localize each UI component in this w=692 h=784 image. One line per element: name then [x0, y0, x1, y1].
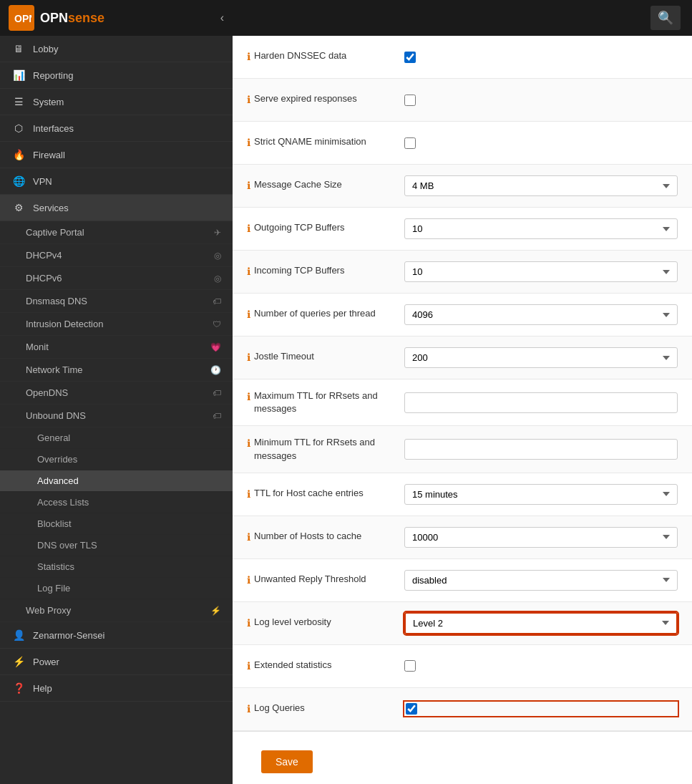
info-icon-num-hosts[interactable]: ℹ [247, 531, 250, 545]
info-icon-serve-expired[interactable]: ℹ [247, 93, 250, 107]
sidebar-item-zenarmor[interactable]: 👤 Zenarmor-Sensei [0, 622, 233, 649]
info-icon-unwanted-reply[interactable]: ℹ [247, 574, 250, 588]
sidebar-item-log-file[interactable]: Log File [0, 578, 233, 599]
log-file-label: Log File [37, 583, 70, 594]
control-extended-stats [404, 660, 678, 672]
sidebar-item-interfaces[interactable]: ⬡ Interfaces [0, 115, 233, 142]
sidebar-item-web-proxy[interactable]: Web Proxy ⚡ [0, 599, 233, 622]
label-unwanted-reply: ℹ Unwanted Reply Threshold [247, 573, 404, 588]
unwanted-reply-select[interactable]: disabled [404, 570, 678, 591]
info-icon-outgoing-tcp[interactable]: ℹ [247, 222, 250, 236]
control-unwanted-reply: disabled [404, 570, 678, 591]
info-icon-incoming-tcp[interactable]: ℹ [247, 265, 250, 279]
log-queries-checkbox[interactable] [406, 703, 417, 715]
control-serve-expired [404, 95, 678, 106]
dhcpv6-icon: ◎ [214, 274, 221, 284]
sidebar-item-vpn[interactable]: 🌐 VPN [0, 168, 233, 195]
opendns-label: OpenDNS [26, 387, 68, 398]
info-icon-extended-stats[interactable]: ℹ [247, 659, 250, 674]
sidebar-item-dns-over-tls[interactable]: DNS over TLS [0, 535, 233, 556]
lobby-icon: 🖥 [11, 43, 26, 54]
network-time-label: Network Time [26, 364, 82, 375]
network-time-icon: 🕐 [210, 365, 221, 375]
sidebar-item-label: Help [33, 683, 221, 694]
info-icon-min-ttl[interactable]: ℹ [247, 437, 250, 451]
info-icon-message-cache[interactable]: ℹ [247, 179, 250, 193]
row-outgoing-tcp: ℹ Outgoing TCP Buffers 10 [233, 208, 692, 251]
label-max-ttl: ℹ Maximum TTL for RRsets and messages [247, 389, 404, 415]
main-content: 🔍 ℹ Harden DNSSEC data ℹ Serve expired r… [233, 0, 692, 784]
info-icon-max-ttl[interactable]: ℹ [247, 390, 250, 405]
sidebar-item-firewall[interactable]: 🔥 Firewall [0, 142, 233, 168]
max-ttl-input[interactable] [404, 392, 678, 413]
sidebar-item-monit[interactable]: Monit 💗 [0, 336, 233, 359]
save-button[interactable]: Save [261, 750, 313, 773]
label-queries-per-thread: ℹ Number of queries per thread [247, 307, 404, 322]
sidebar-item-power[interactable]: ⚡ Power [0, 649, 233, 675]
control-min-ttl [404, 439, 678, 460]
statistics-label: Statistics [37, 561, 74, 572]
sidebar-item-opendns[interactable]: OpenDNS 🏷 [0, 382, 233, 405]
min-ttl-input[interactable] [404, 439, 678, 460]
num-hosts-cache-select[interactable]: 10000 [404, 527, 678, 548]
info-icon-log-verbosity[interactable]: ℹ [247, 616, 250, 631]
label-harden-dnssec: ℹ Harden DNSSEC data [247, 49, 404, 64]
queries-per-thread-select[interactable]: 4096 [404, 304, 678, 325]
unbound-icon: 🏷 [213, 411, 221, 421]
info-icon-queries-thread[interactable]: ℹ [247, 308, 250, 322]
search-button[interactable]: 🔍 [650, 6, 681, 30]
label-log-queries: ℹ Log Queries [247, 702, 404, 717]
control-max-ttl [404, 392, 678, 413]
checkbox-wrap-harden-dnssec [404, 52, 678, 63]
sidebar-item-network-time[interactable]: Network Time 🕐 [0, 359, 233, 382]
blocklist-label: Blocklist [37, 518, 72, 529]
control-incoming-tcp: 10 [404, 261, 678, 282]
incoming-tcp-select[interactable]: 10 [404, 261, 678, 282]
row-incoming-tcp: ℹ Incoming TCP Buffers 10 [233, 251, 692, 294]
sidebar-item-lobby[interactable]: 🖥 Lobby [0, 36, 233, 62]
ttl-host-cache-select[interactable]: 15 minutes [404, 484, 678, 505]
sidebar-item-dhcpv6[interactable]: DHCPv6 ◎ [0, 267, 233, 290]
sidebar-item-access-lists[interactable]: Access Lists [0, 492, 233, 513]
sidebar-item-services[interactable]: ⚙ Services [0, 195, 233, 221]
row-ttl-host-cache: ℹ TTL for Host cache entries 15 minutes [233, 473, 692, 516]
row-jostle-timeout: ℹ Jostle Timeout 200 [233, 337, 692, 379]
sidebar-item-general[interactable]: General [0, 427, 233, 449]
sidebar-item-statistics[interactable]: Statistics [0, 556, 233, 578]
sidebar-item-unbound-dns[interactable]: Unbound DNS 🏷 [0, 405, 233, 427]
message-cache-size-select[interactable]: 4 MB [404, 175, 678, 196]
sidebar-item-label: Firewall [33, 150, 221, 160]
info-icon-jostle-timeout[interactable]: ℹ [247, 351, 250, 365]
info-icon-strict-qname[interactable]: ℹ [247, 136, 250, 150]
serve-expired-checkbox[interactable] [404, 95, 416, 106]
strict-qname-checkbox[interactable] [404, 137, 416, 149]
web-proxy-label: Web Proxy [26, 605, 71, 616]
sidebar-item-dnsmasq[interactable]: Dnsmasq DNS 🏷 [0, 290, 233, 313]
sidebar-item-label: System [33, 97, 221, 107]
info-icon-harden-dnssec[interactable]: ℹ [247, 50, 250, 64]
sidebar-item-blocklist[interactable]: Blocklist [0, 513, 233, 535]
outgoing-tcp-select[interactable]: 10 [404, 218, 678, 239]
sidebar-item-label: Zenarmor-Sensei [33, 630, 221, 641]
harden-dnssec-checkbox[interactable] [404, 52, 416, 63]
log-verbosity-select[interactable]: Level 2 [404, 612, 678, 634]
power-icon: ⚡ [11, 656, 26, 667]
sidebar-item-system[interactable]: ☰ System [0, 89, 233, 115]
sidebar-item-captive-portal[interactable]: Captive Portal ✈ [0, 221, 233, 244]
checkbox-wrap-extended-stats [404, 660, 678, 672]
sidebar-item-intrusion[interactable]: Intrusion Detection 🛡 [0, 313, 233, 336]
sidebar-toggle[interactable]: ‹ [220, 11, 224, 24]
row-log-queries: ℹ Log Queries [233, 688, 692, 731]
vpn-icon: 🌐 [11, 175, 26, 187]
sidebar-item-help[interactable]: ❓ Help [0, 675, 233, 702]
jostle-timeout-select[interactable]: 200 [404, 347, 678, 368]
info-icon-ttl-host[interactable]: ℹ [247, 488, 250, 502]
sidebar-item-dhcpv4[interactable]: DHCPv4 ◎ [0, 244, 233, 267]
extended-stats-checkbox[interactable] [404, 660, 416, 672]
control-strict-qname [404, 137, 678, 149]
info-icon-log-queries[interactable]: ℹ [247, 702, 250, 717]
sidebar-item-overrides[interactable]: Overrides [0, 449, 233, 470]
sidebar-item-advanced[interactable]: Advanced [0, 470, 233, 492]
sidebar-item-label: Interfaces [33, 123, 221, 134]
sidebar-item-reporting[interactable]: 📊 Reporting [0, 62, 233, 89]
